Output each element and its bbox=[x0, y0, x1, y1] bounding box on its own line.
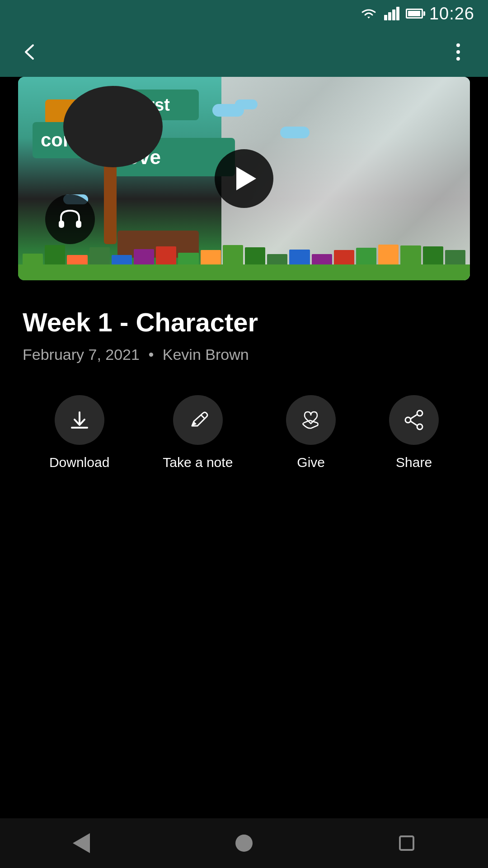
wifi-icon bbox=[360, 7, 378, 20]
piano-key bbox=[312, 254, 332, 264]
svg-rect-3 bbox=[396, 7, 399, 20]
give-action[interactable]: Give bbox=[286, 395, 336, 470]
back-arrow-icon bbox=[20, 42, 39, 61]
dot bbox=[456, 43, 460, 47]
svg-rect-4 bbox=[59, 221, 64, 228]
note-icon bbox=[187, 409, 209, 431]
piano-key bbox=[112, 255, 132, 264]
piano-key bbox=[45, 245, 65, 264]
svg-rect-2 bbox=[392, 9, 395, 20]
piano-key bbox=[356, 248, 376, 264]
give-icon bbox=[299, 407, 324, 432]
cloud-3 bbox=[280, 127, 310, 138]
cloud-2 bbox=[235, 99, 258, 109]
grass-bar bbox=[18, 264, 470, 280]
nav-back-icon bbox=[73, 833, 90, 853]
status-time: 10:26 bbox=[429, 4, 474, 24]
piano-key bbox=[201, 250, 221, 264]
share-action[interactable]: Share bbox=[389, 395, 439, 470]
svg-line-9 bbox=[411, 415, 417, 419]
piano-key bbox=[134, 249, 154, 264]
back-button[interactable] bbox=[16, 38, 43, 66]
piano-key bbox=[400, 245, 421, 264]
sermon-date: February 7, 2021 bbox=[23, 346, 140, 363]
piano-key bbox=[178, 253, 198, 264]
piano-key bbox=[334, 250, 354, 264]
headphones-icon bbox=[56, 208, 84, 231]
nav-recent-button[interactable] bbox=[389, 825, 425, 861]
svg-point-6 bbox=[417, 410, 422, 416]
svg-rect-1 bbox=[388, 12, 391, 20]
sermon-author: Kevin Brown bbox=[163, 346, 249, 363]
give-label: Give bbox=[297, 455, 325, 470]
piano-key bbox=[23, 254, 43, 264]
piano-key bbox=[378, 245, 399, 264]
video-bg: first comes love bbox=[18, 77, 470, 280]
take-a-note-action[interactable]: Take a note bbox=[163, 395, 233, 470]
more-options-button[interactable] bbox=[445, 38, 472, 66]
battery-icon bbox=[406, 9, 423, 19]
tree-trunk bbox=[104, 154, 117, 244]
nav-home-icon bbox=[235, 835, 253, 852]
share-circle bbox=[389, 395, 439, 445]
note-label: Take a note bbox=[163, 455, 233, 470]
svg-line-10 bbox=[411, 421, 417, 425]
download-action[interactable]: Download bbox=[49, 395, 109, 470]
download-label: Download bbox=[49, 455, 109, 470]
status-bar: 10:26 bbox=[0, 0, 488, 27]
nav-home-button[interactable] bbox=[226, 825, 262, 861]
nav-recent-icon bbox=[399, 835, 414, 851]
separator: • bbox=[148, 346, 154, 363]
video-thumbnail: first comes love bbox=[18, 77, 470, 280]
piano-keys bbox=[18, 246, 470, 264]
tree-foliage bbox=[63, 86, 163, 167]
top-nav bbox=[0, 27, 488, 77]
note-circle bbox=[173, 395, 223, 445]
signal-icon bbox=[384, 7, 399, 20]
piano-key bbox=[245, 247, 265, 264]
actions-row: Download Take a note bbox=[23, 395, 465, 470]
sermon-meta: February 7, 2021 • Kevin Brown bbox=[23, 346, 465, 363]
dot bbox=[456, 57, 460, 61]
svg-point-7 bbox=[417, 424, 422, 429]
content-area: Week 1 - Character February 7, 2021 • Ke… bbox=[0, 289, 488, 818]
svg-point-8 bbox=[405, 417, 411, 423]
piano-key bbox=[289, 250, 310, 264]
play-button[interactable] bbox=[215, 149, 273, 208]
share-icon bbox=[403, 409, 425, 431]
piano-key bbox=[89, 247, 110, 265]
play-triangle-icon bbox=[236, 167, 256, 190]
piano-key bbox=[223, 245, 243, 264]
svg-rect-5 bbox=[76, 221, 81, 228]
share-label: Share bbox=[396, 455, 432, 470]
download-icon bbox=[68, 409, 91, 431]
piano-key bbox=[156, 246, 176, 264]
piano-key bbox=[445, 250, 465, 264]
piano-key bbox=[267, 254, 287, 264]
piano-key bbox=[423, 246, 443, 264]
piano-key bbox=[67, 255, 87, 264]
svg-rect-0 bbox=[384, 15, 387, 20]
status-icons: 10:26 bbox=[360, 4, 474, 24]
nav-back-button[interactable] bbox=[63, 825, 99, 861]
give-circle bbox=[286, 395, 336, 445]
headphones-circle bbox=[45, 194, 95, 244]
dot bbox=[456, 50, 460, 54]
download-circle bbox=[55, 395, 104, 445]
sermon-title: Week 1 - Character bbox=[23, 307, 465, 338]
bottom-nav bbox=[0, 818, 488, 868]
